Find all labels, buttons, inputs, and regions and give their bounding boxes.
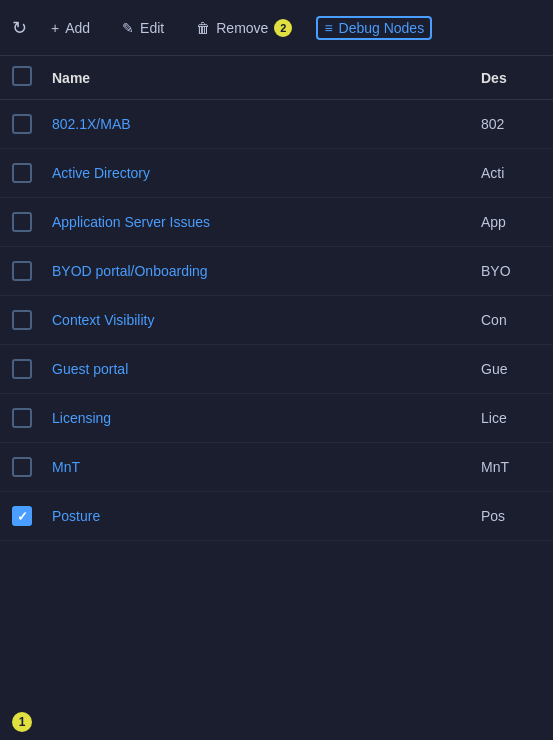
row-desc-4: BYO	[481, 263, 541, 279]
row-name-3: Application Server Issues	[52, 214, 481, 230]
selected-count-badge: 1	[12, 712, 32, 732]
row-checkbox-9[interactable]	[12, 506, 32, 526]
header-checkbox[interactable]	[12, 66, 32, 86]
table-row[interactable]: Application Server Issues App	[0, 198, 553, 247]
row-desc-6: Gue	[481, 361, 541, 377]
table-row[interactable]: Posture Pos	[0, 492, 553, 541]
row-checkbox-4[interactable]	[12, 261, 32, 281]
remove-badge: 2	[274, 19, 292, 37]
name-column-header: Name	[52, 70, 481, 86]
row-name-2: Active Directory	[52, 165, 481, 181]
row-checkbox-7[interactable]	[12, 408, 32, 428]
row-checkbox-8[interactable]	[12, 457, 32, 477]
row-checkbox-5[interactable]	[12, 310, 32, 330]
edit-label: Edit	[140, 20, 164, 36]
table-row[interactable]: BYOD portal/Onboarding BYO	[0, 247, 553, 296]
row-name-6: Guest portal	[52, 361, 481, 377]
toolbar: ↻ + Add ✎ Edit 🗑 Remove 2 ≡ Debug Nodes	[0, 0, 553, 56]
table-row[interactable]: 802.1X/MAB 802	[0, 100, 553, 149]
desc-column-header: Des	[481, 70, 541, 86]
refresh-icon[interactable]: ↻	[12, 17, 27, 39]
row-desc-8: MnT	[481, 459, 541, 475]
table: Name Des 802.1X/MAB 802 Active Directory…	[0, 56, 553, 541]
row-name-4: BYOD portal/Onboarding	[52, 263, 481, 279]
row-desc-5: Con	[481, 312, 541, 328]
add-label: Add	[65, 20, 90, 36]
edit-icon: ✎	[122, 20, 134, 36]
debug-nodes-button[interactable]: ≡ Debug Nodes	[316, 16, 432, 40]
list-icon: ≡	[324, 20, 332, 36]
row-name-8: MnT	[52, 459, 481, 475]
add-icon: +	[51, 20, 59, 36]
table-header: Name Des	[0, 56, 553, 100]
row-desc-2: Acti	[481, 165, 541, 181]
table-row[interactable]: Guest portal Gue	[0, 345, 553, 394]
row-checkbox-6[interactable]	[12, 359, 32, 379]
row-desc-1: 802	[481, 116, 541, 132]
table-row[interactable]: Context Visibility Con	[0, 296, 553, 345]
remove-label: Remove	[216, 20, 268, 36]
trash-icon: 🗑	[196, 20, 210, 36]
row-desc-3: App	[481, 214, 541, 230]
edit-button[interactable]: ✎ Edit	[114, 16, 172, 40]
row-desc-9: Pos	[481, 508, 541, 524]
table-row[interactable]: MnT MnT	[0, 443, 553, 492]
table-row[interactable]: Active Directory Acti	[0, 149, 553, 198]
add-button[interactable]: + Add	[43, 16, 98, 40]
row-name-7: Licensing	[52, 410, 481, 426]
row-name-9: Posture	[52, 508, 481, 524]
table-row[interactable]: Licensing Lice	[0, 394, 553, 443]
bottom-info: 1	[0, 704, 44, 740]
row-desc-7: Lice	[481, 410, 541, 426]
row-name-5: Context Visibility	[52, 312, 481, 328]
row-checkbox-1[interactable]	[12, 114, 32, 134]
debug-nodes-label: Debug Nodes	[339, 20, 425, 36]
row-checkbox-2[interactable]	[12, 163, 32, 183]
row-checkbox-3[interactable]	[12, 212, 32, 232]
remove-button[interactable]: 🗑 Remove 2	[188, 15, 300, 41]
row-name-1: 802.1X/MAB	[52, 116, 481, 132]
